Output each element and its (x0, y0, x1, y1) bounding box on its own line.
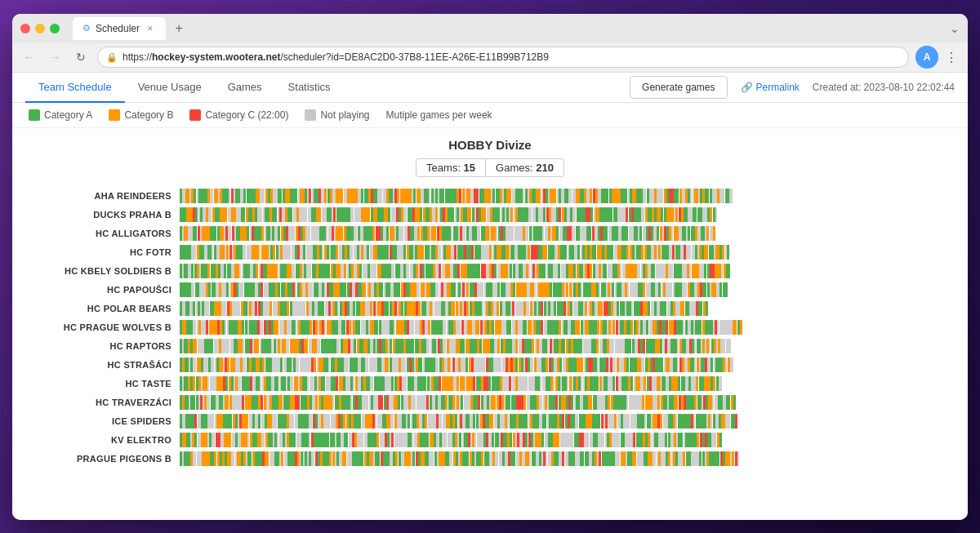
schedule-bars-3 (180, 243, 951, 261)
schedule-bars-9 (180, 356, 951, 374)
team-name: HC FOTR (29, 247, 180, 257)
schedule-bars-13 (180, 431, 951, 449)
back-button[interactable]: ← (19, 47, 38, 67)
bar-segment (740, 320, 742, 335)
team-name: HC ALLIGATORS (29, 229, 180, 238)
url-domain: hockey-system.wootera.net (152, 51, 280, 63)
app-content: Team Schedule Venue Usage Games Statisti… (12, 73, 968, 520)
bar-segment (719, 433, 722, 447)
bar-segment (729, 339, 731, 353)
legend-label-not-playing: Not playing (320, 109, 369, 121)
team-name: ICE SPIDERS (29, 416, 180, 426)
schedule-bars-5 (180, 281, 951, 299)
refresh-button[interactable]: ↻ (71, 47, 91, 67)
minimize-button[interactable] (35, 24, 45, 33)
team-name: HC POLAR BEARS (29, 304, 180, 313)
user-avatar[interactable]: A (915, 46, 938, 69)
url-prefix: https:// (122, 51, 152, 63)
legend-dot-not-playing (305, 109, 316, 121)
team-rows-container: AHA REINDEERS DUCKS PRAHA B HC ALLIGATOR… (29, 187, 951, 468)
browser-tab[interactable]: ⚙ Scheduler ✕ (73, 17, 166, 40)
more-options-button[interactable]: ⋮ (942, 47, 961, 67)
team-name: KV ELEKTRO (29, 435, 180, 445)
schedule-bars-4 (180, 262, 951, 280)
link-icon: 🔗 (741, 82, 753, 93)
legend-dot-cat-a (29, 109, 40, 121)
tab-title: Scheduler (96, 23, 140, 34)
bar-segment (737, 451, 739, 466)
forward-button[interactable]: → (45, 47, 65, 67)
bar-segment (719, 376, 722, 391)
bar-segment (727, 245, 729, 260)
team-row: HC FOTR (29, 243, 951, 261)
url-text: https://hockey-system.wootera.net/schedu… (122, 51, 900, 63)
nav-tab-right: Generate games 🔗 Permalink Created at: 2… (630, 76, 955, 99)
team-row: HC PRAGUE WOLVES B (29, 318, 951, 336)
team-row: HC RAPTORS (29, 337, 951, 355)
legend: Category A Category B Category C (22:00)… (12, 103, 968, 128)
bar-segment (729, 189, 733, 203)
bar-segment (733, 395, 736, 410)
bar-segment (730, 358, 733, 372)
legend-not-playing: Not playing (305, 109, 369, 121)
close-button[interactable] (20, 24, 30, 33)
team-row: DUCKS PRAHA B (29, 206, 951, 224)
legend-label-cat-a: Category A (44, 109, 92, 121)
maximize-button[interactable] (50, 24, 60, 33)
scheduler-icon: ⚙ (82, 23, 91, 33)
address-bar: ← → ↻ 🔒 https://hockey-system.wootera.ne… (12, 43, 968, 73)
team-row: HC KBELY SOLDIERS B (29, 262, 951, 280)
tab-games[interactable]: Games (215, 73, 275, 103)
nav-tabs: Team Schedule Venue Usage Games Statisti… (12, 73, 968, 103)
url-path: /scheduler?id=DE8AC2D0-37B8-11EE-A26E-E1… (280, 51, 549, 63)
stats-row: Teams: 15 Games: 210 (29, 158, 951, 177)
legend-label-cat-b: Category B (124, 109, 173, 121)
created-at: Created at: 2023-08-10 22:02:44 (813, 82, 955, 93)
legend-label-cat-c: Category C (22:00) (205, 109, 288, 121)
legend-cat-b: Category B (109, 109, 173, 121)
team-row: KV ELEKTRO (29, 431, 951, 449)
schedule-bars-8 (180, 337, 951, 355)
tab-close-button[interactable]: ✕ (145, 23, 156, 34)
tab-venue-usage[interactable]: Venue Usage (125, 73, 215, 103)
teams-count: Teams: 15 (416, 158, 486, 177)
team-name: AHA REINDEERS (29, 191, 180, 201)
schedule-bars-6 (180, 300, 951, 318)
legend-dot-cat-b (109, 109, 120, 121)
team-name: HC PRAGUE WOLVES B (29, 322, 180, 332)
team-name: HC PAPOUŠCI (29, 285, 180, 295)
schedule-bars-12 (180, 412, 951, 430)
legend-cat-a: Category A (29, 109, 92, 121)
team-row: PRAGUE PIGEONS B (29, 450, 951, 468)
team-name: HC KBELY SOLDIERS B (29, 266, 180, 276)
schedule-bars-7 (180, 318, 951, 336)
permalink-link[interactable]: 🔗 Permalink (741, 82, 800, 93)
division-title: HOBBY Divize (29, 138, 951, 152)
legend-label-multiple: Mutiple games per week (386, 109, 492, 121)
team-row: HC TASTE (29, 375, 951, 393)
lock-icon: 🔒 (106, 52, 118, 63)
bar-segment (726, 264, 730, 278)
schedule-bars-11 (180, 393, 951, 411)
bar-segment (715, 207, 717, 222)
team-name: HC TASTE (29, 379, 180, 389)
schedule-bars-10 (180, 375, 951, 393)
legend-dot-cat-c (189, 109, 201, 121)
tab-team-schedule[interactable]: Team Schedule (25, 73, 125, 103)
schedule-bars-0 (180, 187, 951, 205)
tab-statistics[interactable]: Statistics (275, 73, 344, 103)
schedule-section: HOBBY Divize Teams: 15 Games: 210 AHA RE… (12, 128, 968, 520)
new-tab-button[interactable]: + (169, 19, 189, 38)
title-bar: ⚙ Scheduler ✕ + ⌄ (12, 14, 968, 43)
legend-cat-c: Category C (22:00) (189, 109, 288, 121)
url-bar[interactable]: 🔒 https://hockey-system.wootera.net/sche… (97, 47, 909, 68)
team-name: HC RAPTORS (29, 341, 180, 351)
schedule-bars-2 (180, 224, 951, 242)
team-row: HC POLAR BEARS (29, 300, 951, 318)
team-name: PRAGUE PIGEONS B (29, 454, 180, 464)
team-name: DUCKS PRAHA B (29, 210, 180, 220)
schedule-bars-14 (180, 450, 951, 468)
team-row: HC STRAŠÁCI (29, 356, 951, 374)
schedule-bars-1 (180, 206, 951, 224)
generate-games-button[interactable]: Generate games (630, 76, 727, 99)
